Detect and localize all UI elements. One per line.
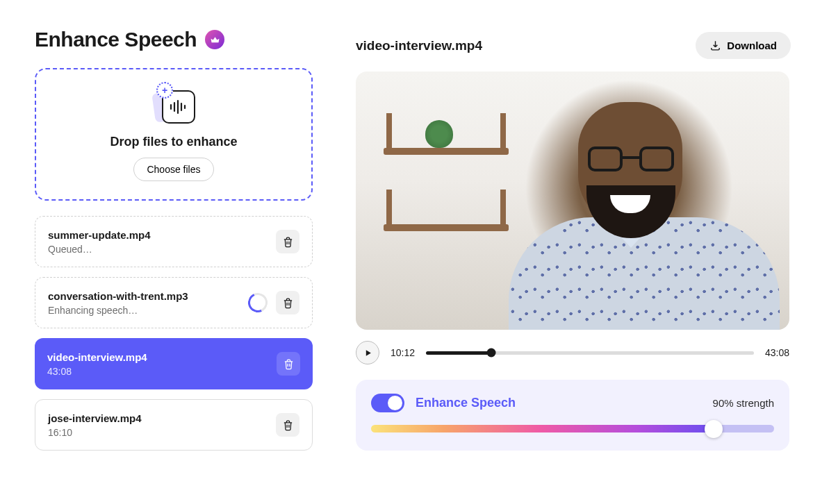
enhance-panel: Enhance Speech 90% strength [356, 380, 789, 451]
file-card[interactable]: summer-update.mp4 Queued… [35, 216, 313, 267]
dropzone[interactable]: + Drop files to enhance Choose files [35, 68, 313, 201]
page-title: Enhance Speech [35, 28, 197, 51]
file-card[interactable]: jose-interview.mp4 16:10 [35, 399, 313, 451]
seek-handle[interactable] [487, 348, 496, 358]
file-status: Enhancing speech… [48, 305, 188, 316]
delete-button[interactable] [276, 291, 299, 314]
strength-slider[interactable] [371, 425, 774, 432]
play-icon [363, 348, 372, 358]
file-duration: 43:08 [47, 366, 147, 377]
download-button[interactable]: Download [696, 32, 791, 59]
file-duration: 16:10 [48, 427, 142, 438]
trash-icon [282, 419, 294, 431]
file-card[interactable]: conversation-with-trent.mp3 Enhancing sp… [35, 277, 313, 328]
dropzone-label: Drop files to enhance [110, 135, 237, 149]
enhance-label: Enhance Speech [416, 396, 516, 410]
total-duration: 43:08 [765, 347, 789, 358]
current-time: 10:12 [391, 347, 415, 358]
premium-crown-icon [205, 30, 224, 49]
audio-file-icon: + [149, 83, 198, 128]
file-name: video-interview.mp4 [47, 351, 147, 363]
slider-handle[interactable] [705, 420, 723, 438]
file-name: jose-interview.mp4 [48, 412, 142, 424]
player-controls: 10:12 43:08 [356, 341, 789, 364]
seek-bar[interactable] [426, 351, 754, 355]
file-name: summer-update.mp4 [48, 229, 151, 241]
video-preview[interactable] [356, 72, 789, 330]
download-label: Download [727, 40, 777, 51]
file-card-selected[interactable]: video-interview.mp4 43:08 [35, 338, 313, 389]
file-name: conversation-with-trent.mp3 [48, 290, 188, 302]
trash-icon [282, 236, 294, 248]
download-icon [709, 40, 721, 51]
toggle-knob [388, 396, 402, 410]
delete-button[interactable] [276, 413, 299, 437]
trash-icon [283, 358, 295, 370]
enhance-toggle[interactable] [371, 394, 404, 412]
choose-files-button[interactable]: Choose files [133, 158, 213, 181]
plus-icon: + [156, 82, 173, 99]
delete-button[interactable] [276, 230, 299, 253]
strength-label: 90% strength [713, 397, 774, 409]
current-file-name: video-interview.mp4 [356, 38, 482, 53]
play-button[interactable] [356, 341, 379, 364]
trash-icon [282, 297, 294, 309]
spinner-icon [245, 290, 270, 315]
delete-button[interactable] [277, 352, 300, 376]
file-status: Queued… [48, 244, 151, 255]
